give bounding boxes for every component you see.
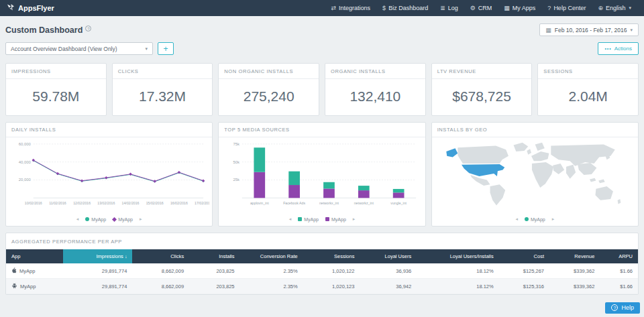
column-label: ARPU <box>619 253 633 259</box>
table-cell: 8,662,009 <box>132 263 189 279</box>
log-icon: ≣ <box>440 5 445 11</box>
help-center-icon: ? <box>547 5 551 11</box>
actions-button[interactable]: ••• Actions <box>598 42 639 55</box>
nav-item-label: English <box>606 5 626 11</box>
nav-item-language[interactable]: ⊕English▾ <box>592 0 637 16</box>
dashboard-select[interactable]: Account Overview Dashboard (View Only) ▾ <box>5 42 153 55</box>
column-header-app[interactable]: App <box>6 249 63 263</box>
column-header-cost[interactable]: Cost <box>499 249 549 263</box>
top-media-sources-chart-area: 25k50k75kapplovin_intFacebook Adsnetwork… <box>219 137 425 215</box>
app-name: MyApp <box>19 268 35 274</box>
column-header-impressions[interactable]: Impressions↓ <box>63 249 133 263</box>
svg-text:60,000: 60,000 <box>19 142 32 146</box>
table-cell: $339,362 <box>549 279 600 294</box>
table-cell: 1,020,122 <box>303 263 360 279</box>
column-label: Conversion Rate <box>260 253 298 259</box>
nav-item-label: Help Center <box>553 5 586 11</box>
table-title: AGGREGATED PERFORMANCE PER APP <box>6 233 638 249</box>
my-apps-icon: ▦ <box>504 5 510 11</box>
help-label: Help <box>621 304 634 311</box>
legend-prev-icon[interactable]: ◂ <box>76 216 79 222</box>
table-row[interactable]: MyApp29,891,7748,662,009203,8252.35%1,02… <box>6 263 638 279</box>
svg-text:15/02/2016: 15/02/2016 <box>146 201 164 205</box>
svg-text:50k: 50k <box>233 160 240 164</box>
app-name: MyApp <box>20 283 36 290</box>
appsflyer-logo[interactable]: AppsFlyer <box>7 3 54 13</box>
kpi-value: 132,410 <box>325 79 425 115</box>
nav-item-label: CRM <box>478 5 492 11</box>
legend-item[interactable]: MyApp <box>525 217 545 222</box>
calendar-icon: ▦ <box>545 27 551 34</box>
language-icon: ⊕ <box>598 5 603 11</box>
top-navbar: AppsFlyer ⇄Integrations$Biz Dashboard≣Lo… <box>0 0 644 16</box>
app-cell: MyApp <box>6 279 63 294</box>
kpi-card-impressions: IMPRESSIONS59.78M <box>5 63 107 116</box>
svg-text:11/02/2016: 11/02/2016 <box>49 201 66 205</box>
svg-text:networkx_int: networkx_int <box>319 201 339 205</box>
legend-next-icon[interactable]: ▸ <box>140 216 142 222</box>
legend-item[interactable]: MyApp <box>113 217 133 222</box>
nav-item-integrations[interactable]: ⇄Integrations <box>325 0 377 16</box>
performance-table-panel: AGGREGATED PERFORMANCE PER APP AppImpres… <box>5 233 639 295</box>
table-cell: 18.12% <box>417 263 498 279</box>
legend-prev-icon[interactable]: ◂ <box>289 216 292 222</box>
kpi-value: 275,240 <box>219 79 319 115</box>
table-cell: 29,891,774 <box>63 263 133 279</box>
column-header-sessions[interactable]: Sessions <box>303 249 360 263</box>
column-header-arpu[interactable]: ARPU <box>600 249 638 263</box>
daily-installs-chart-area: 20,00040,00060,00010/02/201611/02/201612… <box>6 137 212 215</box>
legend-next-icon[interactable]: ▸ <box>552 216 555 222</box>
svg-text:20,000: 20,000 <box>19 178 32 182</box>
legend-item[interactable]: MyApp <box>325 217 346 222</box>
column-label: Clicks <box>170 253 184 259</box>
nav-item-my-apps[interactable]: ▦My Apps <box>498 0 541 16</box>
kpi-card-sessions: SESSIONS2.04M <box>537 63 639 116</box>
column-header-loyal-users[interactable]: Loyal Users <box>360 249 417 263</box>
table-body: MyApp29,891,7748,662,009203,8252.35%1,02… <box>6 263 638 294</box>
ellipsis-icon: ••• <box>604 46 611 51</box>
legend-marker <box>112 216 117 221</box>
column-header-loyal-users-installs[interactable]: Loyal Users/Installs <box>417 249 498 263</box>
daily-installs-title: DAILY INSTALLS <box>6 123 212 137</box>
kpi-card-non-organic-installs: NON ORGANIC INSTALLS275,240 <box>218 63 319 116</box>
nav-item-help-center[interactable]: ?Help Center <box>541 0 592 16</box>
nav-item-label: Biz Dashboard <box>388 5 428 11</box>
help-button[interactable]: ? Help <box>605 302 640 314</box>
svg-text:13/02/2016: 13/02/2016 <box>97 201 115 205</box>
performance-table: AppImpressions↓ClicksInstallsConversion … <box>6 249 638 294</box>
column-label: Revenue <box>574 253 594 259</box>
svg-text:Facebook Ads: Facebook Ads <box>284 201 306 205</box>
nav-item-biz-dashboard[interactable]: $Biz Dashboard <box>376 0 434 16</box>
legend-item[interactable]: MyApp <box>298 217 319 222</box>
column-header-conversion-rate[interactable]: Conversion Rate <box>240 249 303 263</box>
daily-installs-panel: DAILY INSTALLS 20,00040,00060,00010/02/2… <box>5 122 213 227</box>
installs-by-geo-title: INSTALLS BY GEO <box>432 123 638 137</box>
table-cell: 36,942 <box>360 279 417 294</box>
legend-prev-icon[interactable]: ◂ <box>515 216 518 222</box>
column-header-clicks[interactable]: Clicks <box>132 249 189 263</box>
legend-marker <box>85 217 89 221</box>
column-header-revenue[interactable]: Revenue <box>549 249 600 263</box>
column-label: Loyal Users <box>385 253 412 259</box>
legend-label: MyApp <box>118 217 133 222</box>
add-dashboard-button[interactable]: + <box>158 42 174 55</box>
world-map[interactable] <box>435 140 635 210</box>
table-cell: 203,825 <box>189 279 239 294</box>
legend-next-icon[interactable]: ▸ <box>353 216 356 222</box>
kpi-value: 2.04M <box>538 79 638 115</box>
legend-item[interactable]: MyApp <box>85 217 106 222</box>
date-range-picker[interactable]: ▦ Feb 10, 2016 - Feb 17, 2016 ▾ <box>539 23 639 36</box>
integrations-icon: ⇄ <box>331 5 337 11</box>
kpi-label: CLICKS <box>113 64 213 79</box>
kpi-label: LTV REVENUE <box>432 64 532 79</box>
help-icon: ? <box>611 304 618 311</box>
table-row[interactable]: MyApp29,891,7748,662,009203,8252.35%1,02… <box>6 279 638 294</box>
nav-item-crm[interactable]: ⚙CRM <box>464 0 498 16</box>
info-icon[interactable]: ? <box>85 25 91 31</box>
table-cell: 29,891,774 <box>63 279 133 294</box>
charts-row: DAILY INSTALLS 20,00040,00060,00010/02/2… <box>5 122 639 227</box>
nav-item-log[interactable]: ≣Log <box>434 0 464 16</box>
column-label: Cost <box>534 253 544 259</box>
column-header-installs[interactable]: Installs <box>189 249 239 263</box>
table-cell: $125,316 <box>499 279 549 294</box>
